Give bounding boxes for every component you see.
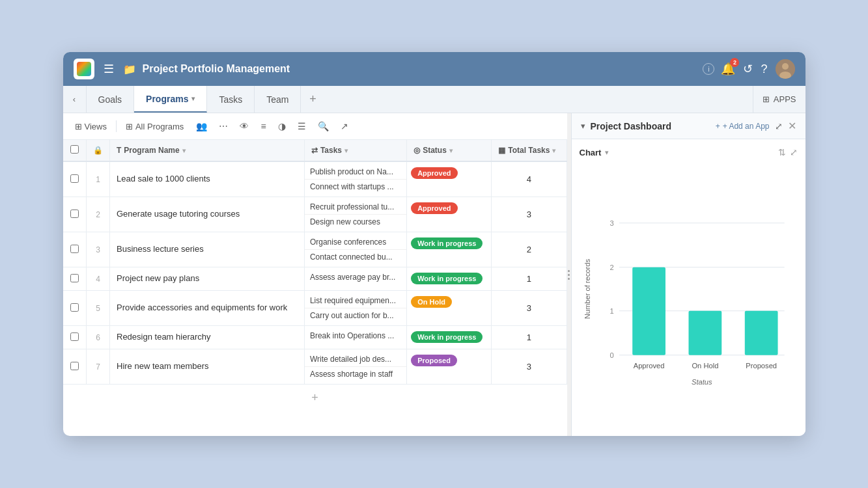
collapse-sidebar-button[interactable]: ‹ <box>63 86 87 113</box>
chart-settings-icon[interactable]: ⇅ <box>778 147 786 157</box>
help-button[interactable]: ? <box>761 62 767 76</box>
all-programs-grid-icon: ⊞ <box>126 122 133 131</box>
all-programs-button[interactable]: ⊞ All Programs <box>122 119 188 134</box>
color-icon[interactable]: ◑ <box>275 118 289 134</box>
status-label: Status <box>423 146 447 155</box>
add-app-button[interactable]: + + Add an App <box>716 122 770 131</box>
status-badge[interactable]: Work in progress <box>411 331 483 343</box>
status-badge[interactable]: Work in progress <box>411 237 483 249</box>
program-name-type-icon: T <box>117 146 121 155</box>
status-cell: Work in progress <box>407 326 492 349</box>
svg-text:Approved: Approved <box>633 362 664 370</box>
folder-icon: 📁 <box>123 63 136 75</box>
dashboard-collapse-icon[interactable]: ▾ <box>581 121 585 131</box>
add-row-button[interactable]: + <box>63 385 567 411</box>
task-item[interactable]: Contact connected bu... <box>305 250 406 264</box>
views-grid-icon: ⊞ <box>75 122 82 131</box>
row-checkbox[interactable] <box>70 274 79 282</box>
status-badge[interactable]: Approved <box>411 167 457 179</box>
program-name-col-header[interactable]: T Program Name ▾ <box>110 140 305 161</box>
expand-dashboard-button[interactable]: ⤢ <box>775 121 783 131</box>
row-checkbox[interactable] <box>70 245 79 253</box>
task-item[interactable]: List required equipmen... <box>305 293 406 308</box>
tab-tasks[interactable]: Tasks <box>207 86 255 113</box>
status-cell: Work in progress <box>407 267 492 291</box>
column-icon[interactable]: ☰ <box>294 118 309 134</box>
task-item[interactable]: Assess average pay br... <box>305 270 406 284</box>
row-checkbox[interactable] <box>70 362 79 370</box>
tasks-cell: Recruit professional tu...Design new cou… <box>304 197 406 232</box>
avatar[interactable] <box>776 59 795 79</box>
table-container: 🔒 T Program Name ▾ ⇄ <box>63 140 567 436</box>
table-row: 2Generate usage tutoring coursesRecruit … <box>63 197 567 232</box>
tab-programs[interactable]: Programs ▾ <box>134 86 207 113</box>
status-col-header[interactable]: ◎ Status ▾ <box>407 140 492 161</box>
views-button[interactable]: ⊞ Views <box>71 119 111 134</box>
svg-text:Status: Status <box>691 378 712 386</box>
add-app-label: + Add an App <box>723 122 770 131</box>
select-all-checkbox[interactable] <box>70 145 79 154</box>
tab-team[interactable]: Team <box>255 86 301 113</box>
status-sort-icon: ▾ <box>449 147 453 154</box>
history-button[interactable]: ↺ <box>743 62 753 76</box>
task-item[interactable]: Organise conferences <box>305 235 406 250</box>
table-header-row: 🔒 T Program Name ▾ ⇄ <box>63 140 567 161</box>
status-badge[interactable]: On Hold <box>411 296 452 308</box>
task-item[interactable]: Publish product on Na... <box>305 165 406 180</box>
task-item[interactable]: Carry out auction for b... <box>305 308 406 323</box>
menu-icon[interactable]: ☰ <box>101 59 117 79</box>
checkbox-col-header[interactable] <box>63 140 87 161</box>
hide-icon[interactable]: 👁 <box>236 118 252 134</box>
search-icon[interactable]: 🔍 <box>315 118 332 134</box>
row-checkbox[interactable] <box>70 303 79 312</box>
tasks-label: Tasks <box>320 146 342 155</box>
close-dashboard-button[interactable]: ✕ <box>788 120 796 132</box>
task-item[interactable]: Break into Operations ... <box>305 329 406 343</box>
apps-label: APPS <box>774 94 796 104</box>
filter-icon[interactable]: ≡ <box>257 118 269 134</box>
row-lock: 2 <box>87 197 110 232</box>
apps-grid-icon: ⊞ <box>763 94 770 104</box>
row-lock: 3 <box>87 232 110 267</box>
task-item[interactable]: Recruit professional tu... <box>305 200 406 215</box>
row-checkbox[interactable] <box>70 174 79 183</box>
task-item[interactable]: Write detailed job des... <box>305 352 406 367</box>
app-window: ☰ 📁 Project Portfolio Management i 🔔 2 ↺… <box>63 52 805 436</box>
task-item[interactable]: Assess shortage in staff <box>305 367 406 381</box>
status-cell: Approved <box>407 161 492 197</box>
notifications-button[interactable]: 🔔 2 <box>721 62 735 76</box>
tasks-col-header[interactable]: ⇄ Tasks ▾ <box>304 140 406 161</box>
program-name-label: Program Name <box>124 146 179 155</box>
status-badge[interactable]: Work in progress <box>411 273 483 284</box>
share-icon[interactable]: ↗ <box>337 118 352 134</box>
total-tasks-col-header[interactable]: ▦ Total Tasks ▾ <box>492 140 567 161</box>
chart-title: Chart <box>580 148 602 157</box>
chart-dropdown-icon[interactable]: ▾ <box>605 148 609 157</box>
info-icon[interactable]: i <box>703 63 714 75</box>
tab-goals[interactable]: Goals <box>87 86 135 113</box>
more-options-icon[interactable]: ⋯ <box>216 118 231 134</box>
apps-button[interactable]: ⊞ APPS <box>753 86 805 113</box>
drag-dot-1 <box>568 270 570 272</box>
row-lock: 5 <box>87 291 110 326</box>
task-item[interactable]: Design new courses <box>305 215 406 229</box>
header-title: Project Portfolio Management <box>143 63 697 75</box>
bar-onhold <box>688 311 721 355</box>
tasks-cell: List required equipmen...Carry out aucti… <box>304 291 406 326</box>
chart-expand-icon[interactable]: ⤢ <box>790 147 798 157</box>
add-tab-button[interactable]: + <box>301 86 324 113</box>
status-badge[interactable]: Approved <box>411 202 457 214</box>
all-programs-label: All Programs <box>135 122 184 131</box>
total-tasks-cell: 4 <box>492 161 567 197</box>
table-row: 7Hire new team membersWrite detailed job… <box>63 349 567 385</box>
group-by-icon[interactable]: 👥 <box>193 118 210 134</box>
status-badge[interactable]: Proposed <box>411 355 457 366</box>
table-side: ⊞ Views ⊞ All Programs 👥 ⋯ 👁 ≡ ◑ ☰ 🔍 ↗ <box>63 113 567 436</box>
program-name-cell: Hire new team members <box>110 349 305 385</box>
bar-approved <box>632 267 665 355</box>
row-checkbox[interactable] <box>70 210 79 218</box>
task-item[interactable]: Connect with startups ... <box>305 180 406 194</box>
tab-tasks-label: Tasks <box>219 94 242 105</box>
total-tasks-label: Total Tasks <box>508 146 550 155</box>
row-checkbox[interactable] <box>70 332 79 341</box>
